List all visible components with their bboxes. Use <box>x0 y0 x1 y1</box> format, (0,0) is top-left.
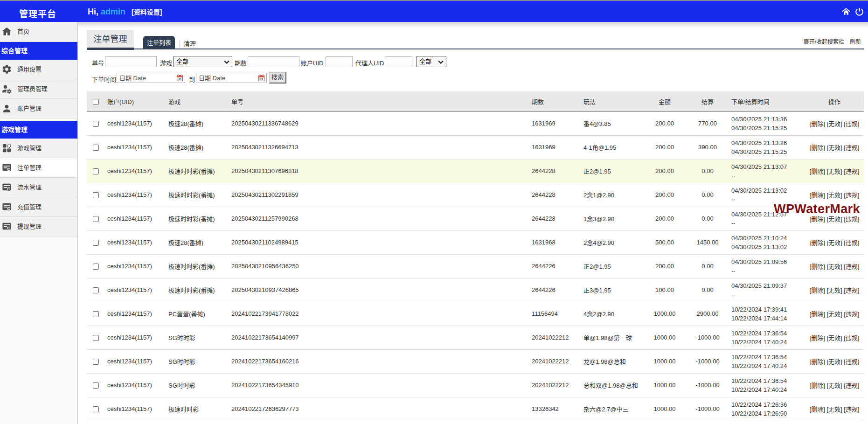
svg-text:31: 31 <box>260 77 264 81</box>
svg-text:31: 31 <box>178 77 182 81</box>
